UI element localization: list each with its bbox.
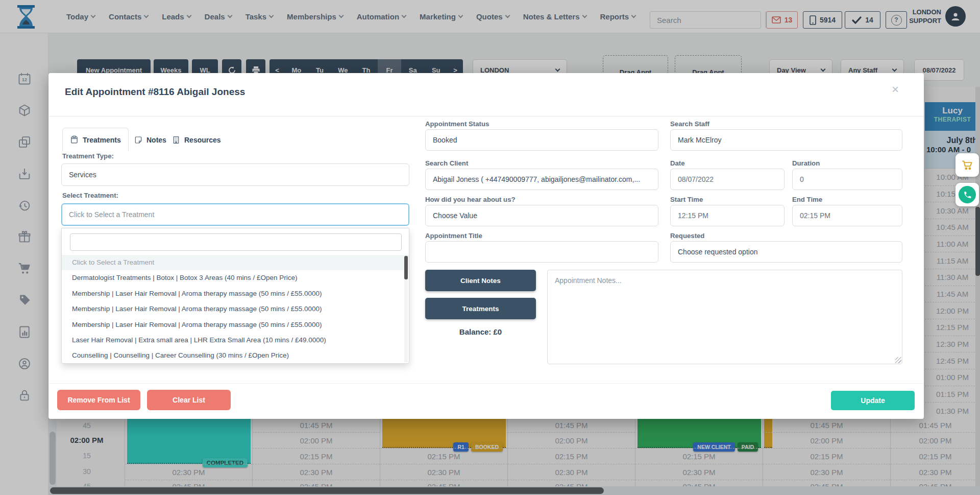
dropdown-option[interactable]: Membership | Laser Hair Removal | Aroma … xyxy=(62,286,409,301)
requested-label: Requested xyxy=(670,232,704,240)
dropdown-scrollbar-thumb[interactable] xyxy=(404,256,408,279)
dropdown-option[interactable]: Membership | Laser Hair Removal | Aroma … xyxy=(62,317,409,333)
hear-about-select[interactable]: Choose Value xyxy=(425,205,658,226)
building-icon xyxy=(172,136,180,144)
hear-about-label: How did you hear about us? xyxy=(425,196,516,203)
footer-divider xyxy=(48,383,924,384)
search-staff-label: Search Staff xyxy=(670,120,709,128)
textarea-resize-handle[interactable] xyxy=(895,357,901,363)
modal-divider xyxy=(48,116,924,116)
appointment-title-label: Appointment Title xyxy=(425,232,482,240)
date-field[interactable] xyxy=(670,169,785,190)
dropdown-option[interactable]: Click to Select a Treatment xyxy=(62,255,409,270)
clear-list-button[interactable]: Clear List xyxy=(147,390,231,410)
select-treatment-label: Select Treatment: xyxy=(62,192,118,199)
start-time-label: Start Time xyxy=(670,196,703,203)
client-notes-button[interactable]: Client Notes xyxy=(425,270,536,291)
tab-treatments[interactable]: Treatments xyxy=(62,128,129,151)
appointment-status-label: Appointment Status xyxy=(425,120,489,128)
treatment-dropdown-panel: Click to Select a Treatment Dermatologis… xyxy=(61,228,409,364)
close-icon[interactable]: × xyxy=(892,82,899,97)
search-client-label: Search Client xyxy=(425,159,468,167)
phone-icon xyxy=(959,186,976,203)
dropdown-option[interactable]: Counselling | Counselling | Career Couns… xyxy=(62,348,409,363)
appointment-title-field[interactable] xyxy=(425,241,658,263)
search-staff-field[interactable] xyxy=(670,129,902,151)
select-treatment-dropdown[interactable]: Click to Select a Treatment xyxy=(61,203,409,226)
balance-text: Balance: £0 xyxy=(425,327,536,336)
cart-icon xyxy=(961,158,974,172)
treatments-button[interactable]: Treatments xyxy=(425,298,536,319)
date-label: Date xyxy=(670,159,685,167)
remove-from-list-button[interactable]: Remove From List xyxy=(57,390,140,410)
treatment-type-field[interactable] xyxy=(61,163,409,186)
modal-title: Edit Appointment #8116 Abigail Joness xyxy=(65,86,245,98)
duration-label: Duration xyxy=(792,159,820,167)
appointment-notes-textarea[interactable] xyxy=(547,270,902,364)
treatment-type-label: Treatment Type: xyxy=(62,152,114,160)
appointment-status-field[interactable] xyxy=(425,129,658,151)
update-button[interactable]: Update xyxy=(831,391,915,410)
dropdown-option[interactable]: Laser Hair Removal | Extra small area | … xyxy=(62,333,409,348)
requested-select[interactable]: Choose requested option xyxy=(670,241,902,263)
end-time-label: End Time xyxy=(792,196,822,203)
note-icon xyxy=(134,136,142,144)
search-client-field[interactable] xyxy=(425,169,658,190)
dropdown-search-input[interactable] xyxy=(70,233,402,251)
cart-float-button[interactable] xyxy=(955,153,979,177)
duration-field[interactable] xyxy=(792,169,902,190)
clipboard-icon xyxy=(70,135,79,144)
dropdown-option[interactable]: Membership | Laser Hair Removal | Aroma … xyxy=(62,301,409,317)
phone-float-button[interactable] xyxy=(955,183,979,206)
start-time-field[interactable] xyxy=(670,205,785,226)
dropdown-option[interactable]: Dermatologist Treatments | Botox | Botox… xyxy=(62,270,409,286)
end-time-field[interactable] xyxy=(792,205,902,226)
tab-resources[interactable]: Resources xyxy=(165,131,228,149)
edit-appointment-modal: Edit Appointment #8116 Abigail Joness × … xyxy=(48,73,924,419)
